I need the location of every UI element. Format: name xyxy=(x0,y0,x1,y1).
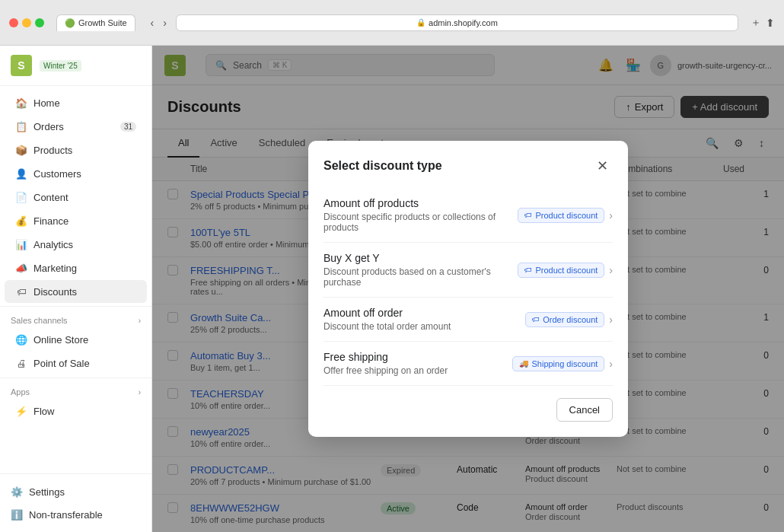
sidebar-label-discounts: Discounts xyxy=(33,286,136,298)
sidebar-item-content[interactable]: 📄 Content xyxy=(5,186,147,209)
apps-section: Apps › xyxy=(0,381,151,399)
sidebar-item-home[interactable]: 🏠 Home xyxy=(5,91,147,114)
sidebar-item-flow[interactable]: ⚡ Flow xyxy=(5,400,147,422)
sales-channels-arrow: › xyxy=(139,317,141,325)
option-arrow-1: › xyxy=(609,209,613,221)
option-arrow-4: › xyxy=(609,358,613,370)
modal-option-left: Buy X get Y Discount products based on a… xyxy=(323,252,518,288)
main-content: S 🔍 Search ⌘ K 🔔 🏪 G growth-suite-urgenc… xyxy=(152,46,784,532)
point-of-sale-icon: 🖨 xyxy=(15,357,27,369)
sidebar-item-settings[interactable]: ⚙️ Settings xyxy=(5,480,147,503)
apps-arrow: › xyxy=(139,388,141,397)
modal-header: Select discount type ✕ xyxy=(323,156,613,176)
sidebar-item-non-transferable[interactable]: ℹ️ Non-transferable xyxy=(5,503,147,526)
home-icon: 🏠 xyxy=(15,97,27,109)
tag-product-discount-1: 🏷 Product discount xyxy=(518,208,604,223)
sidebar-label-online-store: Online Store xyxy=(33,334,136,346)
sidebar-label-marketing: Marketing xyxy=(33,263,136,274)
modal-option-left: Free shipping Offer free shipping on an … xyxy=(323,351,512,376)
orders-icon: 📋 xyxy=(15,120,27,132)
share-button[interactable]: ⬆ xyxy=(766,16,775,30)
sidebar-item-products[interactable]: 📦 Products xyxy=(5,139,147,161)
option-desc-free-shipping: Offer free shipping on an order xyxy=(323,365,512,376)
tag-icon-4: 🚚 xyxy=(519,359,528,368)
browser-actions: ＋ ⬆ xyxy=(751,16,775,30)
sidebar-label-products: Products xyxy=(33,145,136,156)
new-tab-button[interactable]: ＋ xyxy=(751,16,761,30)
sidebar-label-orders: Orders xyxy=(33,121,114,132)
sidebar-item-orders[interactable]: 📋 Orders 31 xyxy=(5,115,147,138)
browser-tabs: 🟢 Growth Suite xyxy=(56,14,135,31)
minimize-traffic-light[interactable] xyxy=(22,18,31,27)
cancel-button[interactable]: Cancel xyxy=(556,398,613,422)
sidebar-item-discounts[interactable]: 🏷 Discounts xyxy=(5,280,147,303)
option-desc-amount-off-products: Discount specific products or collection… xyxy=(323,212,518,233)
sidebar-bottom: ⚙️ Settings ℹ️ Non-transferable xyxy=(0,473,151,532)
option-name-amount-off-products: Amount off products xyxy=(323,197,518,209)
sidebar-item-analytics[interactable]: 📊 Analytics xyxy=(5,233,147,256)
modal-option-right: 🏷 Order discount › xyxy=(525,312,613,327)
modal-footer: Cancel xyxy=(323,398,613,422)
option-name-free-shipping: Free shipping xyxy=(323,351,512,363)
sidebar-item-finance[interactable]: 💰 Finance xyxy=(5,209,147,232)
lock-icon: 🔒 xyxy=(416,18,425,27)
sidebar-label-content: Content xyxy=(33,192,136,203)
browser-tab-active[interactable]: 🟢 Growth Suite xyxy=(56,14,135,31)
finance-icon: 💰 xyxy=(15,215,27,227)
sidebar-item-customers[interactable]: 👤 Customers xyxy=(5,162,147,185)
content-icon: 📄 xyxy=(15,191,27,203)
tag-icon-2: 🏷 xyxy=(524,266,532,274)
modal-option-amount-off-order[interactable]: Amount off order Discount the total orde… xyxy=(323,298,613,342)
modal-option-left: Amount off order Discount the total orde… xyxy=(323,307,525,332)
fullscreen-traffic-light[interactable] xyxy=(35,18,44,27)
modal-option-left: Amount off products Discount specific pr… xyxy=(323,197,518,233)
sidebar-divider-1 xyxy=(0,306,151,307)
sidebar-label-home: Home xyxy=(33,97,136,109)
option-desc-amount-off-order: Discount the total order amount xyxy=(323,321,525,332)
modal-option-right: 🏷 Product discount › xyxy=(518,208,613,223)
modal-overlay[interactable]: Select discount type ✕ Amount off produc… xyxy=(152,46,784,532)
modal-option-right: 🏷 Product discount › xyxy=(518,263,613,278)
modal-option-amount-off-products[interactable]: Amount off products Discount specific pr… xyxy=(323,188,613,243)
shopify-logo: S xyxy=(11,55,32,76)
tag-product-discount-2: 🏷 Product discount xyxy=(518,263,604,278)
tag-icon-1: 🏷 xyxy=(524,211,532,219)
app-container: S Winter '25 🏠 Home 📋 Orders 31 📦 Produc… xyxy=(0,46,784,532)
option-arrow-2: › xyxy=(609,264,613,276)
url-bar[interactable]: 🔒 admin.shopify.com xyxy=(176,14,738,31)
url-text: admin.shopify.com xyxy=(429,18,498,27)
sidebar-label-non-transferable: Non-transferable xyxy=(29,509,103,521)
tag-icon-3: 🏷 xyxy=(532,315,540,323)
back-button[interactable]: ‹ xyxy=(148,15,158,30)
modal-title: Select discount type xyxy=(323,159,442,173)
analytics-icon: 📊 xyxy=(15,238,27,250)
sidebar-divider-2 xyxy=(0,377,151,378)
season-badge: Winter '25 xyxy=(40,60,81,72)
option-name-buy-x-get-y: Buy X get Y xyxy=(323,252,518,264)
customers-icon: 👤 xyxy=(15,167,27,180)
option-arrow-3: › xyxy=(609,314,613,326)
sidebar-nav: 🏠 Home 📋 Orders 31 📦 Products 👤 Customer… xyxy=(0,86,151,473)
products-icon: 📦 xyxy=(15,144,27,156)
forward-button[interactable]: › xyxy=(160,15,170,30)
sidebar-item-online-store[interactable]: 🌐 Online Store xyxy=(5,328,147,351)
traffic-lights xyxy=(9,18,44,27)
sidebar-item-point-of-sale[interactable]: 🖨 Point of Sale xyxy=(5,352,147,374)
online-store-icon: 🌐 xyxy=(15,333,27,346)
sidebar-item-marketing[interactable]: 📣 Marketing xyxy=(5,256,147,279)
sidebar: S Winter '25 🏠 Home 📋 Orders 31 📦 Produc… xyxy=(0,46,152,532)
sidebar-logo: S Winter '25 xyxy=(0,46,151,86)
tag-shipping-discount: 🚚 Shipping discount xyxy=(512,356,604,371)
option-desc-buy-x-get-y: Discount products based on a customer's … xyxy=(323,266,518,288)
flow-icon: ⚡ xyxy=(15,405,27,417)
close-traffic-light[interactable] xyxy=(9,18,18,27)
discounts-icon: 🏷 xyxy=(15,285,27,298)
modal-close-button[interactable]: ✕ xyxy=(592,156,613,176)
browser-nav: ‹ › xyxy=(148,15,170,30)
marketing-icon: 📣 xyxy=(15,262,27,274)
modal-option-right: 🚚 Shipping discount › xyxy=(512,356,613,371)
settings-icon: ⚙️ xyxy=(11,486,23,498)
tag-order-discount: 🏷 Order discount xyxy=(525,312,604,327)
modal-option-buy-x-get-y[interactable]: Buy X get Y Discount products based on a… xyxy=(323,243,613,298)
modal-option-free-shipping[interactable]: Free shipping Offer free shipping on an … xyxy=(323,342,613,386)
